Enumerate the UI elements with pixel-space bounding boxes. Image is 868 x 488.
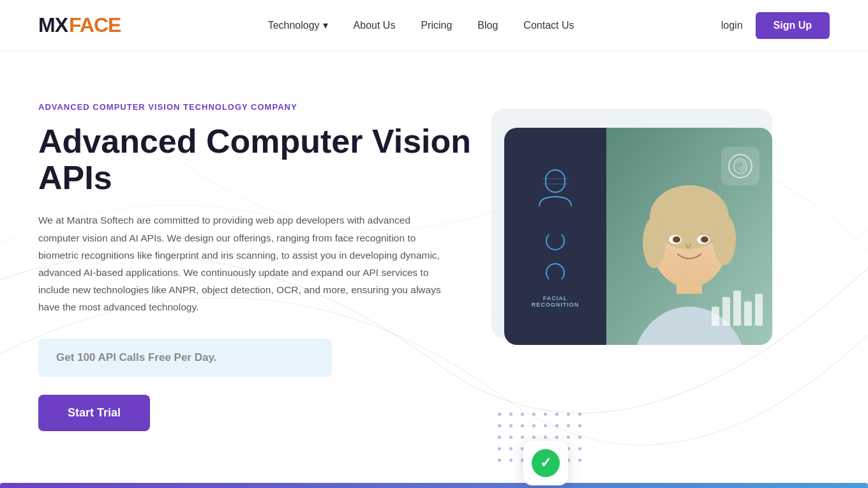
nav-link-technology[interactable]: Technology ▾ — [268, 19, 328, 31]
dot — [509, 413, 513, 416]
nav-item-about[interactable]: About Us — [354, 20, 396, 31]
chart-bar-4 — [744, 301, 752, 326]
hero-section: ADVANCED COMPUTER VISION TECHNOLOGY COMP… — [0, 51, 868, 447]
dot — [521, 424, 524, 427]
facial-recognition-card: FACIALRECOGNITION — [504, 128, 772, 345]
dot — [509, 447, 513, 450]
dot — [544, 424, 547, 427]
nav-item-contact[interactable]: Contact Us — [523, 20, 574, 31]
nav-link-pricing[interactable]: Pricing — [421, 20, 452, 31]
navbar: MXFACE Technology ▾ About Us Pricing Blo… — [0, 0, 868, 51]
dot — [498, 413, 501, 416]
signup-button[interactable]: Sign Up — [756, 12, 830, 39]
dot — [555, 424, 558, 427]
bottom-accent-bar — [0, 483, 868, 488]
svg-point-13 — [701, 236, 708, 243]
hero-tag: ADVANCED COMPUTER VISION TECHNOLOGY COMP… — [38, 102, 472, 112]
nav-actions: login Sign Up — [721, 12, 830, 39]
person-photo — [606, 128, 772, 345]
dot — [578, 436, 581, 439]
hero-content: ADVANCED COMPUTER VISION TECHNOLOGY COMP… — [38, 89, 830, 431]
verified-badge: ✓ — [523, 441, 568, 485]
nav-item-technology[interactable]: Technology ▾ — [268, 19, 328, 31]
dot — [578, 413, 581, 416]
nav-item-blog[interactable]: Blog — [477, 20, 498, 31]
facial-recognition-label: FACIALRECOGNITION — [532, 295, 580, 308]
scan-indicator-2 — [546, 263, 565, 282]
fingerprint-icon — [728, 153, 753, 179]
recognition-panel: FACIALRECOGNITION — [504, 128, 606, 345]
dot — [498, 424, 501, 427]
logo[interactable]: MXFACE — [38, 13, 121, 37]
logo-face: FACE — [69, 13, 121, 37]
nav-link-blog[interactable]: Blog — [477, 20, 498, 31]
logo-mx: MX — [38, 13, 68, 37]
chart-bar-1 — [712, 307, 719, 326]
svg-point-12 — [673, 236, 680, 243]
hero-right-panel: FACIALRECOGNITION — [485, 109, 791, 466]
dot — [509, 436, 513, 439]
dot — [567, 413, 570, 416]
nav-link-contact[interactable]: Contact Us — [523, 20, 574, 31]
dot — [555, 436, 558, 439]
dot — [498, 436, 501, 439]
hero-title: Advanced Computer Vision APIs — [38, 123, 472, 196]
dot — [521, 413, 524, 416]
dot — [544, 436, 547, 439]
dot — [578, 424, 581, 427]
login-link[interactable]: login — [721, 20, 743, 31]
dot — [532, 424, 535, 427]
dot — [544, 413, 547, 416]
dot — [498, 447, 501, 450]
dot — [509, 424, 513, 427]
dot — [498, 459, 501, 462]
nav-links: Technology ▾ About Us Pricing Blog Conta… — [268, 19, 574, 31]
dot — [578, 447, 581, 450]
hero-left: ADVANCED COMPUTER VISION TECHNOLOGY COMP… — [38, 89, 472, 431]
chevron-down-icon: ▾ — [323, 19, 328, 31]
start-trial-button[interactable]: Start Trial — [38, 395, 150, 431]
svg-point-9 — [713, 214, 736, 265]
hero-description: We at Mantra Softech are committed to pr… — [38, 211, 447, 316]
svg-rect-0 — [546, 170, 565, 192]
svg-point-8 — [643, 217, 666, 268]
chart-bar-3 — [733, 291, 741, 326]
dot — [578, 459, 581, 462]
scan-indicator-1 — [546, 231, 565, 250]
chart-bar-5 — [755, 294, 763, 326]
nav-item-pricing[interactable]: Pricing — [421, 20, 452, 31]
chart-bar-2 — [722, 297, 730, 326]
fingerprint-overlay — [721, 147, 760, 185]
api-calls-banner: Get 100 API Calls Free Per Day. — [38, 339, 332, 377]
dot — [555, 413, 558, 416]
check-icon: ✓ — [532, 449, 560, 477]
chart-overlay — [712, 281, 763, 326]
dot — [532, 413, 535, 416]
dot — [521, 436, 524, 439]
face-avatar — [533, 165, 578, 218]
dot — [567, 424, 570, 427]
dot — [509, 459, 513, 462]
dot — [532, 436, 535, 439]
dot — [567, 436, 570, 439]
nav-link-about[interactable]: About Us — [354, 20, 396, 31]
